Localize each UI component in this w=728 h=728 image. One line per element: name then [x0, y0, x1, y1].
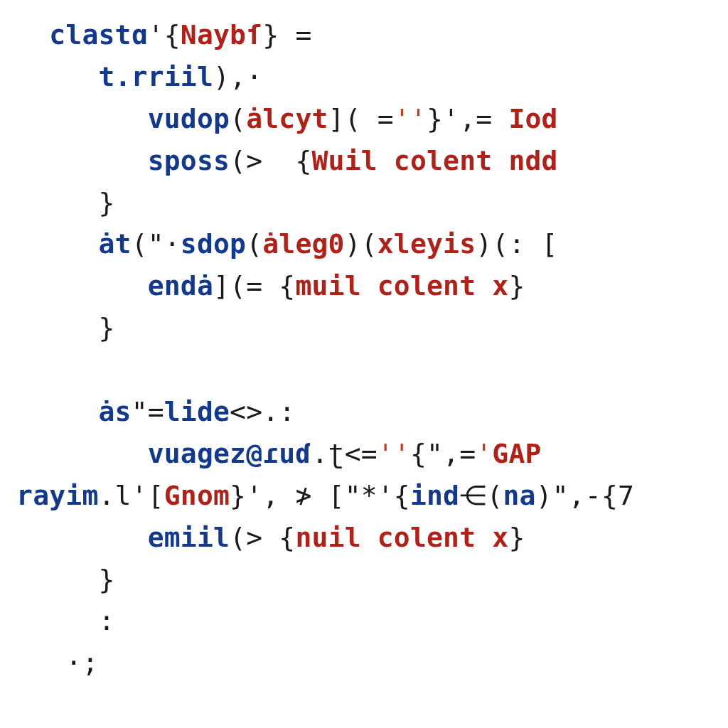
indent — [0, 103, 148, 134]
code-token: ( — [230, 103, 246, 134]
code-token: rayim — [16, 480, 98, 511]
code-line[interactable]: rayim.l'[Gnom}', ≯ ["*'{ind⋲(na)",-{7 — [0, 475, 728, 517]
code-token: ' — [476, 438, 492, 469]
code-line[interactable]: vudop(ȧlcyt]( =''}',= Iod — [0, 98, 728, 140]
code-token: '' — [378, 438, 410, 469]
code-line[interactable] — [0, 684, 728, 726]
indent — [0, 228, 98, 259]
code-line[interactable]: t.rriil),· — [0, 56, 728, 98]
code-token: vuagez@ɾuɗ — [148, 438, 312, 469]
indent — [0, 480, 16, 511]
code-token: .l'[ — [98, 480, 164, 511]
code-token: } = — [262, 19, 311, 50]
code-token: muil colent x — [295, 270, 508, 301]
code-token: Gnom — [164, 480, 230, 511]
code-token: (> { — [230, 522, 295, 553]
indent — [0, 647, 65, 678]
code-line[interactable]: } — [0, 307, 728, 349]
indent — [0, 19, 49, 50]
code-token: nuil colent x — [295, 522, 508, 553]
code-token: endȧ — [148, 270, 213, 301]
code-token: )(: [ — [476, 228, 557, 259]
code-token: }',= — [427, 103, 508, 134]
code-token: ⋲( — [459, 480, 503, 511]
indent — [0, 145, 148, 176]
indent — [0, 564, 98, 595]
code-line[interactable]: } — [0, 559, 728, 601]
code-token: ȧt — [98, 228, 131, 259]
code-token: Iod — [508, 103, 557, 134]
code-token: GAP — [492, 438, 541, 469]
code-token: clastɑ — [49, 19, 147, 50]
indent — [0, 396, 98, 427]
code-token: } — [508, 270, 525, 301]
code-line[interactable]: endȧ](= {muil colent x} — [0, 265, 728, 307]
code-token: ( — [246, 228, 262, 259]
code-token: : — [98, 605, 114, 636]
code-token: xleyis — [378, 228, 476, 259]
code-token: (" — [132, 228, 164, 259]
indent — [0, 605, 98, 636]
code-token — [0, 354, 16, 385]
code-token: ȧlcyt — [246, 103, 328, 134]
code-token: t.rriil — [98, 61, 213, 92]
code-token: · — [164, 228, 181, 259]
code-token: Naybſ — [181, 19, 262, 50]
indent — [0, 270, 148, 301]
code-token: ](= { — [213, 270, 295, 301]
code-token: {",= — [410, 438, 476, 469]
indent — [0, 187, 98, 218]
code-token: <>.: — [230, 396, 295, 427]
code-line[interactable]: ȧs"=lide<>.: — [0, 391, 728, 433]
code-line[interactable]: vuagez@ɾuɗ.ʈ<=''{",='GAP — [0, 433, 728, 475]
indent — [0, 522, 148, 553]
code-token: na — [503, 480, 535, 511]
code-token: lide — [164, 396, 230, 427]
code-token: ),· — [213, 61, 262, 92]
code-line[interactable] — [0, 349, 728, 391]
code-line[interactable]: : — [0, 600, 728, 642]
code-token: ]( = — [328, 103, 394, 134]
code-line[interactable]: emiil(> {nuil colent x} — [0, 517, 728, 559]
code-token: } — [98, 187, 114, 218]
code-token: } — [98, 312, 114, 343]
code-token: '' — [394, 103, 427, 134]
code-token: "= — [132, 396, 164, 427]
code-line[interactable]: ȧt("·sdop(ȧleg0)(xleyis)(: [ — [0, 223, 728, 265]
code-line[interactable]: clastɑ'{Naybſ} = — [0, 14, 728, 56]
code-token: )( — [345, 228, 378, 259]
code-token: ·; — [65, 647, 98, 678]
code-token: sdop — [181, 228, 246, 259]
code-token: '{ — [148, 19, 181, 50]
code-token: sposs — [148, 145, 230, 176]
indent — [0, 61, 98, 92]
code-token: emiil — [148, 522, 230, 553]
code-token: (> { — [230, 145, 311, 176]
code-editor-viewport[interactable]: clastɑ'{Naybſ} = t.rriil),· vudop(ȧlcyt]… — [0, 0, 728, 728]
code-token: )",-{7 — [536, 480, 634, 511]
code-line[interactable]: } — [0, 182, 728, 224]
code-token: ind — [410, 480, 459, 511]
code-token: ȧleg0 — [262, 228, 344, 259]
code-token: .ʈ<= — [311, 438, 377, 469]
code-token — [0, 689, 16, 720]
code-token: } — [98, 564, 114, 595]
code-line[interactable]: sposs(> {Wuil colent ndd — [0, 140, 728, 182]
code-token: Wuil colent ndd — [311, 145, 557, 176]
code-token: }', ≯ ["*'{ — [230, 480, 410, 511]
code-line[interactable]: ·; — [0, 642, 728, 684]
code-token: vudop — [148, 103, 230, 134]
indent — [0, 438, 148, 469]
code-token: ȧs — [98, 396, 131, 427]
code-token: } — [508, 522, 525, 553]
indent — [0, 312, 98, 343]
